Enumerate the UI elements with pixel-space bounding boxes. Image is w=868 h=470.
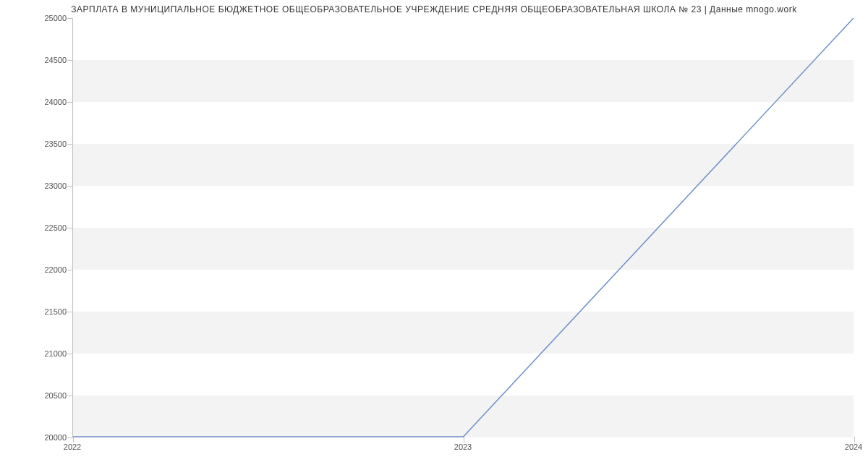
y-tick (67, 144, 73, 145)
plot-area (72, 18, 854, 437)
y-tick (67, 102, 73, 103)
y-axis-label: 20500 (9, 391, 67, 400)
x-axis-label: 2022 (64, 443, 81, 451)
x-tick (464, 437, 464, 443)
y-tick (67, 354, 73, 354)
y-tick (67, 437, 73, 438)
y-axis-label: 20000 (9, 433, 67, 442)
y-axis-label: 22500 (9, 223, 67, 232)
y-axis-label: 21000 (9, 349, 67, 358)
y-tick (67, 270, 73, 270)
chart-container: ЗАРПЛАТА В МУНИЦИПАЛЬНОЕ БЮДЖЕТНОЕ ОБЩЕО… (0, 0, 868, 470)
y-axis-label: 25000 (9, 14, 67, 22)
y-tick (67, 396, 73, 396)
y-tick (67, 18, 73, 19)
x-tick (73, 437, 74, 443)
data-line (73, 18, 854, 437)
y-axis-label: 21500 (9, 307, 67, 316)
x-tick (854, 437, 855, 443)
y-tick (67, 60, 73, 61)
chart-title: ЗАРПЛАТА В МУНИЦИПАЛЬНОЕ БЮДЖЕТНОЕ ОБЩЕО… (0, 4, 868, 14)
y-axis-label: 24000 (9, 98, 67, 106)
y-tick (67, 186, 73, 187)
y-axis-label: 22000 (9, 265, 67, 274)
x-axis-label: 2024 (845, 443, 862, 451)
line-series (73, 18, 854, 437)
y-tick (67, 312, 73, 312)
y-axis-label: 24500 (9, 56, 67, 64)
y-axis-label: 23500 (9, 140, 67, 148)
y-axis-label: 23000 (9, 181, 67, 190)
x-axis-label: 2023 (454, 443, 472, 451)
y-tick (67, 228, 73, 228)
